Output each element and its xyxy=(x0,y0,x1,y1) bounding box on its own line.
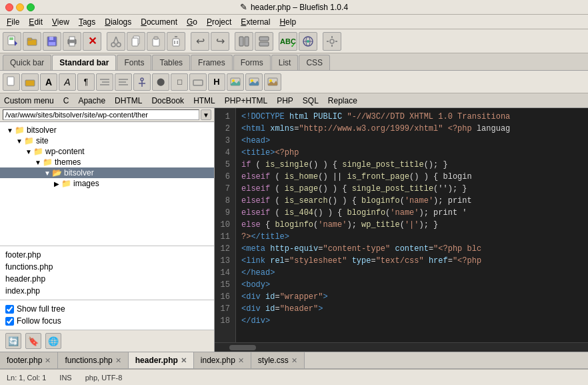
window-controls[interactable] xyxy=(5,3,35,11)
bottom-tab-header[interactable]: header.php ✕ xyxy=(129,352,194,368)
checkbox-follow-focus[interactable]: Follow focus xyxy=(5,315,209,327)
custbar-replace[interactable]: Replace xyxy=(328,96,357,105)
undo-button[interactable]: ↩ xyxy=(191,32,209,51)
tab-standardbar[interactable]: Standard bar xyxy=(52,55,116,70)
checkbox-show-full-tree[interactable]: Show full tree xyxy=(5,303,209,315)
tree-node-site[interactable]: ▼ 📁 site xyxy=(0,135,214,146)
tree-arrow-themes[interactable]: ▼ xyxy=(33,159,43,166)
custbar-dhtml[interactable]: DHTML xyxy=(115,96,142,105)
tab-tables[interactable]: Tables xyxy=(152,55,190,70)
qb-new[interactable] xyxy=(3,73,20,91)
file-footer[interactable]: footer.php xyxy=(5,249,209,261)
close-file-button[interactable]: ✕ xyxy=(83,32,101,51)
delete-button[interactable] xyxy=(167,32,185,51)
custbar-apache[interactable]: Apache xyxy=(78,96,105,105)
cut-button[interactable] xyxy=(107,32,125,51)
spellcheck-button[interactable]: ABC ✓ xyxy=(279,32,297,51)
close-style-button[interactable]: ✕ xyxy=(291,356,297,365)
open-button[interactable] xyxy=(23,32,41,51)
filetree-dropdown[interactable]: ▼ xyxy=(201,109,211,120)
bookmark-button[interactable]: 🔖 xyxy=(25,333,41,349)
follow-focus-checkbox[interactable] xyxy=(5,317,14,326)
network-button[interactable]: 🌐 xyxy=(45,333,61,349)
custbar-html[interactable]: HTML xyxy=(193,96,215,105)
qb-para[interactable]: ¶ xyxy=(77,73,95,91)
menu-tags[interactable]: Tags xyxy=(75,16,99,28)
paste-button[interactable] xyxy=(147,32,165,51)
custbar-phphtml[interactable]: PHP+HTML xyxy=(225,96,267,105)
view2-button[interactable] xyxy=(255,32,273,51)
save-button[interactable] xyxy=(43,32,61,51)
maximize-window-button[interactable] xyxy=(27,3,35,11)
tab-frames[interactable]: Frames xyxy=(191,55,233,70)
bottom-tab-functions[interactable]: functions.php ✕ xyxy=(58,352,128,368)
filetree-scroll[interactable]: ▼ 📁 bitsolver ▼ 📁 site ▼ 📁 wp-content xyxy=(0,122,214,246)
qb-center[interactable]: ◻ xyxy=(171,73,188,91)
tree-node-images[interactable]: ▶ 📁 images xyxy=(0,178,214,189)
redo-button[interactable]: ↪ xyxy=(211,32,229,51)
close-window-button[interactable] xyxy=(5,3,13,11)
tree-arrow-wpcontent[interactable]: ▼ xyxy=(24,148,33,155)
tab-forms[interactable]: Forms xyxy=(233,55,271,70)
qb-bold[interactable]: A xyxy=(40,73,57,91)
qb-indent-inc[interactable] xyxy=(96,73,113,91)
tree-arrow-bitsolver2[interactable]: ▼ xyxy=(43,169,52,177)
file-index[interactable]: index.php xyxy=(5,285,209,297)
menu-project[interactable]: Project xyxy=(203,16,235,28)
bottom-tab-style[interactable]: style.css ✕ xyxy=(251,352,305,368)
bottom-tab-footer[interactable]: footer.php ✕ xyxy=(0,352,58,368)
view1-button[interactable] xyxy=(235,32,253,51)
menu-view[interactable]: View xyxy=(48,16,73,28)
qb-open[interactable] xyxy=(21,73,39,91)
print-button[interactable] xyxy=(63,32,81,51)
qb-img1[interactable] xyxy=(227,73,244,91)
file-functions[interactable]: functions.php xyxy=(5,261,209,273)
tab-list[interactable]: List xyxy=(271,55,299,70)
menu-help[interactable]: Help xyxy=(275,16,300,28)
custbar-php[interactable]: PHP xyxy=(277,96,293,105)
qb-img3[interactable] xyxy=(264,73,281,91)
menu-file[interactable]: File xyxy=(3,16,23,28)
tree-node-wpcontent[interactable]: ▼ 📁 wp-content xyxy=(0,146,214,157)
copy-button[interactable] xyxy=(127,32,145,51)
menu-external[interactable]: External xyxy=(237,16,274,28)
custbar-sql[interactable]: SQL xyxy=(303,96,319,105)
qb-div2[interactable] xyxy=(189,73,207,91)
close-functions-button[interactable]: ✕ xyxy=(115,356,121,365)
close-header-button[interactable]: ✕ xyxy=(181,356,187,365)
custbar-c[interactable]: C xyxy=(63,96,69,105)
browser-button[interactable] xyxy=(299,32,317,51)
refresh-button[interactable]: 🔄 xyxy=(5,333,21,349)
tree-node-bitsolver[interactable]: ▼ 📁 bitsolver xyxy=(0,125,214,135)
tab-quickbar[interactable]: Quick bar xyxy=(3,55,51,70)
close-footer-button[interactable]: ✕ xyxy=(45,356,51,365)
qb-img2[interactable] xyxy=(245,73,263,91)
tree-node-bitsolver2[interactable]: ▼ 📂 bitsolver xyxy=(0,167,214,178)
file-header[interactable]: header.php xyxy=(5,273,209,285)
horizontal-scrollbar[interactable] xyxy=(215,342,588,352)
custbar-docbook[interactable]: DocBook xyxy=(151,96,184,105)
menu-document[interactable]: Document xyxy=(137,16,181,28)
code-area[interactable]: 1 2 3 4 5 6 7 8 9 10 11 12 13 14 15 16 1… xyxy=(215,108,588,342)
new-button[interactable] xyxy=(3,32,21,51)
qb-indent-dec[interactable] xyxy=(115,73,132,91)
qb-heading[interactable]: H xyxy=(208,73,225,91)
tab-fonts[interactable]: Fonts xyxy=(117,55,151,70)
show-full-tree-checkbox[interactable] xyxy=(5,305,14,314)
tree-node-themes[interactable]: ▼ 📁 themes xyxy=(0,157,214,167)
menu-dialogs[interactable]: Dialogs xyxy=(101,16,135,28)
tools-button[interactable] xyxy=(323,32,341,51)
qb-italic[interactable]: A xyxy=(59,73,76,91)
tree-arrow-bitsolver[interactable]: ▼ xyxy=(5,127,15,134)
tab-css[interactable]: CSS xyxy=(299,55,330,70)
menu-go[interactable]: Go xyxy=(183,16,201,28)
code-content[interactable]: <!DOCTYPE html PUBLIC "-//W3C//DTD XHTML… xyxy=(236,108,588,342)
close-index-button[interactable]: ✕ xyxy=(238,356,244,365)
tree-arrow-site[interactable]: ▼ xyxy=(15,137,24,145)
menu-edit[interactable]: Edit xyxy=(25,16,47,28)
qb-left[interactable]: ⬤ xyxy=(152,73,169,91)
qb-anchor[interactable] xyxy=(133,73,151,91)
custbar-custom-menu[interactable]: Custom menu xyxy=(4,96,54,105)
minimize-window-button[interactable] xyxy=(16,3,24,11)
bottom-tab-index[interactable]: index.php ✕ xyxy=(194,352,251,368)
